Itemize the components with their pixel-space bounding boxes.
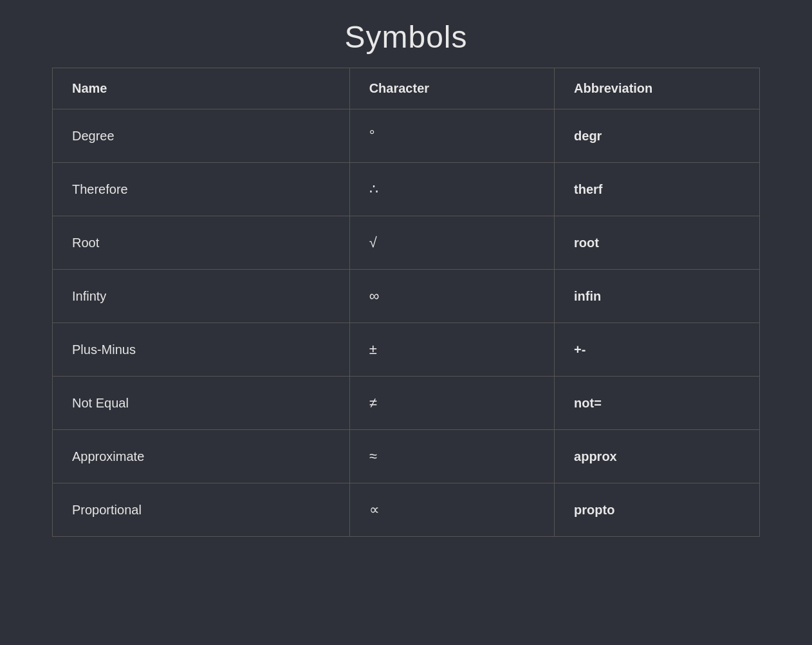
cell-character: °: [349, 109, 554, 163]
cell-abbreviation: therf: [555, 163, 759, 216]
table-row: Therefore∴therf: [53, 163, 759, 216]
table-row: Not Equal≠not=: [53, 377, 759, 430]
page-title: Symbols: [344, 19, 467, 55]
cell-abbreviation: root: [555, 216, 759, 270]
table-row: Approximate≈approx: [53, 430, 759, 483]
symbols-table-container: Name Character Abbreviation Degree°degrT…: [52, 68, 760, 537]
table-row: Root√root: [53, 216, 759, 270]
cell-name: Plus-Minus: [53, 323, 349, 377]
table-row: Proportional∝propto: [53, 483, 759, 537]
cell-abbreviation: degr: [555, 109, 759, 163]
cell-character: ≈: [349, 430, 554, 483]
symbols-table: Name Character Abbreviation Degree°degrT…: [53, 68, 759, 536]
column-header-character: Character: [349, 68, 554, 109]
cell-character: ±: [349, 323, 554, 377]
cell-name: Proportional: [53, 483, 349, 537]
cell-character: ∝: [349, 483, 554, 537]
cell-abbreviation: propto: [555, 483, 759, 537]
table-header-row: Name Character Abbreviation: [53, 68, 759, 109]
cell-character: √: [349, 216, 554, 270]
cell-name: Therefore: [53, 163, 349, 216]
cell-name: Not Equal: [53, 377, 349, 430]
column-header-abbreviation: Abbreviation: [555, 68, 759, 109]
cell-abbreviation: infin: [555, 270, 759, 323]
cell-name: Root: [53, 216, 349, 270]
table-row: Plus-Minus±+-: [53, 323, 759, 377]
cell-abbreviation: approx: [555, 430, 759, 483]
cell-character: ∞: [349, 270, 554, 323]
cell-abbreviation: +-: [555, 323, 759, 377]
cell-name: Approximate: [53, 430, 349, 483]
table-row: Infinty∞infin: [53, 270, 759, 323]
column-header-name: Name: [53, 68, 349, 109]
cell-name: Infinty: [53, 270, 349, 323]
cell-character: ≠: [349, 377, 554, 430]
cell-character: ∴: [349, 163, 554, 216]
cell-name: Degree: [53, 109, 349, 163]
table-row: Degree°degr: [53, 109, 759, 163]
cell-abbreviation: not=: [555, 377, 759, 430]
